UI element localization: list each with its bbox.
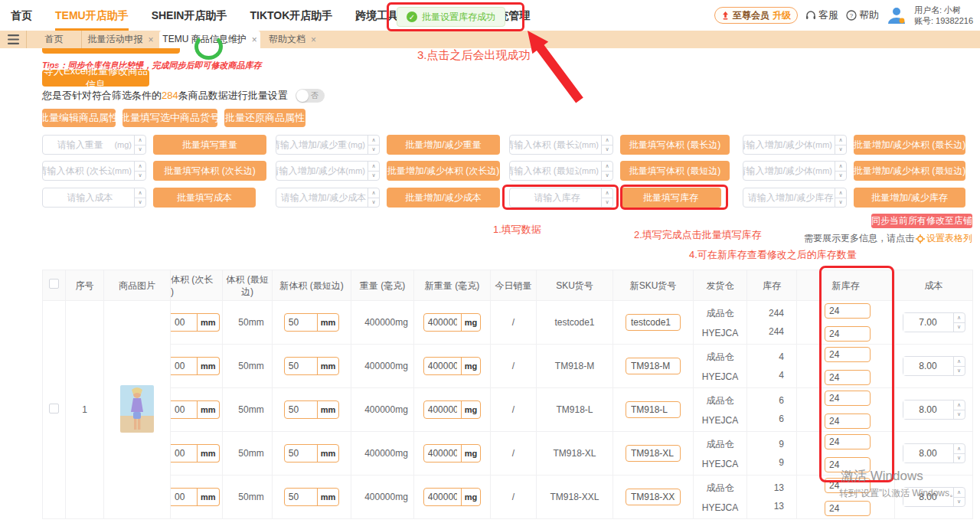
- cost-input[interactable]: [903, 400, 953, 419]
- stepper[interactable]: [953, 444, 965, 463]
- new-stock-input[interactable]: [825, 457, 871, 472]
- tab-close-icon[interactable]: ×: [149, 34, 154, 45]
- stepper-down-icon[interactable]: [368, 198, 379, 208]
- tab-close-icon[interactable]: ×: [311, 34, 316, 45]
- new-stock-input[interactable]: [825, 391, 871, 406]
- nav-home[interactable]: 首页: [11, 0, 32, 31]
- volume-longest-input[interactable]: 请输入体积 (最长边) (mm): [509, 135, 613, 155]
- stepper-up-icon[interactable]: [835, 136, 846, 145]
- batch-fill-cost-button[interactable]: 批量填写成本: [153, 188, 256, 208]
- new-weight-input[interactable]: [424, 358, 461, 374]
- nav-crossborder-tools[interactable]: 跨境工具: [355, 0, 398, 31]
- volume-second-input[interactable]: 请输入体积 (次长边) (mm): [42, 161, 146, 181]
- stepper[interactable]: [368, 136, 379, 154]
- stepper-up-icon[interactable]: [368, 136, 379, 145]
- stepper-up-icon[interactable]: [954, 400, 965, 410]
- batch-fill-volume-shortest-button[interactable]: 批量填写体积 (最短边): [620, 161, 730, 181]
- batch-edit-attrs-button[interactable]: 批量编辑商品属性: [42, 109, 116, 127]
- batch-adjust-cost-button[interactable]: 批量增加/减少成本: [387, 188, 500, 208]
- stepper-up-icon[interactable]: [135, 136, 145, 145]
- stepper[interactable]: [953, 357, 965, 375]
- new-sku-input[interactable]: [626, 445, 681, 462]
- stepper[interactable]: [953, 400, 965, 419]
- stepper-down-icon[interactable]: [954, 454, 965, 463]
- sync-all-changes-button[interactable]: 同步当前所有修改至店铺: [871, 214, 972, 228]
- stepper-down-icon[interactable]: [954, 367, 965, 376]
- stepper-up-icon[interactable]: [954, 357, 965, 367]
- row-checkbox[interactable]: [49, 404, 59, 413]
- batch-restore-attrs-button[interactable]: 批量还原商品属性: [224, 109, 305, 127]
- new-sku-input[interactable]: [626, 358, 681, 374]
- new-volume-second-input[interactable]: [171, 314, 197, 331]
- stepper[interactable]: [134, 188, 145, 207]
- cost-input[interactable]: [903, 313, 953, 332]
- weight-input[interactable]: 请输入重量 (mg): [42, 135, 146, 155]
- new-weight-input[interactable]: [424, 401, 461, 418]
- set-table-columns-link[interactable]: 设置表格列: [926, 232, 972, 245]
- nav-shein-assistant[interactable]: SHEIN开店助手: [152, 0, 227, 31]
- batch-adjust-stock-button[interactable]: 批量增加/减少库存: [854, 188, 965, 208]
- hamburger-icon[interactable]: [0, 31, 26, 48]
- stepper[interactable]: [368, 162, 379, 180]
- stepper-down-icon[interactable]: [135, 198, 145, 208]
- volume-shortest-input[interactable]: 请输入体积 (最短边) (mm): [509, 161, 613, 181]
- volume-delta-input[interactable]: 请输入增加/减少体积 (mm): [743, 161, 847, 181]
- stepper[interactable]: [835, 162, 846, 180]
- stock-input[interactable]: 请输入库存: [509, 188, 613, 208]
- help-button[interactable]: ? 帮助: [846, 8, 879, 22]
- vip-upgrade-button[interactable]: 至尊会员 升级: [714, 7, 798, 24]
- new-sku-input[interactable]: [626, 314, 681, 331]
- new-stock-input[interactable]: [825, 347, 871, 362]
- stepper-down-icon[interactable]: [954, 410, 965, 420]
- cost-delta-input[interactable]: 请输入增加/减少成本: [276, 188, 380, 208]
- new-volume-shortest-input[interactable]: [285, 489, 317, 505]
- stepper-down-icon[interactable]: [954, 323, 965, 332]
- batch-adjust-weight-button[interactable]: 批量增加/减少重量: [387, 135, 500, 155]
- batch-fill-weight-button[interactable]: 批量填写重量: [153, 135, 266, 155]
- batch-fill-volume-second-button[interactable]: 批量填写体积 (次长边): [153, 161, 266, 181]
- stepper-down-icon[interactable]: [135, 145, 145, 155]
- avatar-icon[interactable]: [887, 5, 906, 25]
- stepper[interactable]: [134, 136, 145, 154]
- batch-adjust-volume-shortest-button[interactable]: 批量增加/减少体积 (最短边): [854, 161, 965, 181]
- nav-temu-assistant[interactable]: TEMU开店助手: [55, 0, 129, 31]
- new-volume-second-input[interactable]: [171, 358, 197, 374]
- new-sku-input[interactable]: [626, 489, 681, 505]
- stepper-up-icon[interactable]: [368, 162, 379, 172]
- new-weight-input[interactable]: [424, 445, 461, 462]
- stepper-up-icon[interactable]: [954, 444, 965, 454]
- stepper[interactable]: [835, 188, 846, 207]
- cost-input[interactable]: [903, 444, 953, 463]
- stepper-up-icon[interactable]: [954, 488, 965, 498]
- stepper-up-icon[interactable]: [835, 162, 846, 172]
- stepper[interactable]: [368, 188, 379, 207]
- batch-adjust-volume-longest-button[interactable]: 批量增加/减少体积 (最长边): [854, 135, 965, 155]
- new-stock-input[interactable]: [825, 478, 871, 493]
- stepper-up-icon[interactable]: [954, 313, 965, 323]
- stock-delta-input[interactable]: 请输入增加/减少库存: [743, 188, 847, 208]
- cost-input[interactable]: [903, 488, 953, 506]
- new-volume-shortest-input[interactable]: [285, 445, 317, 462]
- stepper-up-icon[interactable]: [602, 136, 612, 145]
- new-weight-input[interactable]: [424, 314, 461, 331]
- new-stock-input[interactable]: [825, 326, 871, 342]
- new-volume-shortest-input[interactable]: [285, 358, 317, 374]
- customer-service-button[interactable]: 客服: [805, 8, 838, 22]
- new-weight-input[interactable]: [424, 489, 461, 505]
- batch-adjust-volume-second-button[interactable]: 批量增加/减少体积 (次长边): [387, 161, 500, 181]
- new-stock-input[interactable]: [825, 370, 871, 385]
- batch-fill-selected-sku-button[interactable]: 批量填写选中商品货号: [122, 109, 217, 127]
- stepper-down-icon[interactable]: [602, 172, 612, 181]
- tab-help-docs[interactable]: 帮助文档 ×: [260, 31, 325, 48]
- stepper-down-icon[interactable]: [368, 145, 379, 155]
- stepper-down-icon[interactable]: [602, 198, 612, 208]
- new-volume-second-input[interactable]: [171, 445, 197, 462]
- stepper[interactable]: [835, 136, 846, 154]
- new-stock-input[interactable]: [825, 501, 871, 516]
- stepper-down-icon[interactable]: [954, 498, 965, 507]
- gear-icon[interactable]: [916, 234, 925, 244]
- stepper-down-icon[interactable]: [835, 145, 846, 155]
- stepper[interactable]: [601, 162, 612, 180]
- stepper-down-icon[interactable]: [602, 145, 612, 155]
- volume-delta-input[interactable]: 请输入增加/减少体积 (mm): [276, 161, 380, 181]
